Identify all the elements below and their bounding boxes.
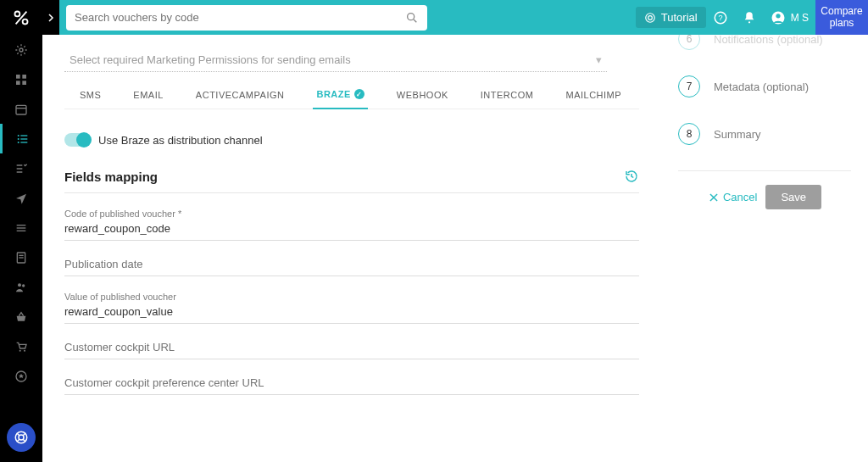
help-circle-icon: ? [713, 10, 728, 25]
field-value-input[interactable] [64, 303, 639, 320]
step-number: 8 [678, 123, 700, 145]
cancel-button[interactable]: Cancel [708, 191, 757, 203]
target-icon [644, 12, 656, 24]
field-code: Code of published voucher * [64, 209, 639, 241]
close-icon [708, 192, 720, 203]
tab-sms[interactable]: SMS [76, 84, 104, 109]
top-bar: Tutorial ? M S Compare plans [0, 0, 868, 35]
svg-point-6 [648, 15, 652, 19]
field-value: Value of published voucher [64, 292, 639, 324]
document-icon [14, 251, 28, 264]
svg-point-9 [748, 21, 750, 23]
section-title: Fields mapping [64, 170, 158, 184]
field-pub-date-input[interactable] [64, 256, 639, 272]
side-panel: 6 Notifications (optional) 7 Metadata (o… [661, 35, 868, 462]
svg-point-23 [17, 138, 19, 140]
tab-mailchimp[interactable]: MAILCHIMP [562, 84, 625, 109]
nav-audit[interactable] [0, 153, 42, 183]
section-header: Fields mapping [64, 169, 639, 184]
field-code-label: Code of published voucher * [64, 209, 639, 219]
tutorial-label: Tutorial [661, 11, 698, 24]
svg-point-37 [19, 435, 24, 440]
tab-email[interactable]: EMAIL [130, 84, 167, 109]
use-braze-toggle[interactable] [64, 133, 90, 147]
user-menu[interactable]: M S [764, 10, 815, 25]
marketing-permissions-placeholder: Select required Marketing Permissions fo… [70, 53, 351, 66]
tab-intercom[interactable]: INTERCOM [477, 84, 537, 109]
field-cockpit-url-input[interactable] [64, 339, 639, 355]
history-icon [624, 169, 639, 184]
tutorial-button[interactable]: Tutorial [636, 7, 706, 28]
tab-label: INTERCOM [481, 90, 534, 100]
user-initials: M S [791, 12, 809, 24]
nav-rewards[interactable] [0, 361, 42, 391]
nav-calendar[interactable] [0, 94, 42, 124]
nav-dashboard[interactable] [0, 64, 42, 94]
svg-line-38 [17, 433, 19, 436]
save-label: Save [781, 191, 806, 203]
nav-distributions[interactable] [0, 124, 42, 153]
compare-plans-button[interactable]: Compare plans [815, 0, 868, 35]
svg-rect-17 [16, 105, 26, 114]
user-avatar-icon [771, 10, 786, 25]
nav-settings[interactable] [0, 35, 42, 64]
basket-icon [14, 310, 28, 324]
nav-cart[interactable] [0, 331, 42, 361]
notifications-button[interactable] [735, 3, 764, 32]
svg-line-40 [23, 433, 25, 436]
svg-point-32 [22, 284, 25, 287]
field-pref-center-url-input[interactable] [64, 375, 639, 391]
step-8[interactable]: 8 Summary [678, 123, 851, 145]
lifebuoy-icon [14, 430, 29, 445]
grid-icon [14, 73, 28, 86]
tab-label: SMS [80, 90, 101, 100]
tab-braze[interactable]: BRAZE ✓ [313, 84, 367, 109]
star-circle-icon [14, 370, 28, 383]
save-button[interactable]: Save [765, 185, 821, 209]
channel-tabs: SMS EMAIL ACTIVECAMPAIGN BRAZE ✓ WEBHOOK… [64, 84, 639, 109]
nav-document[interactable] [0, 242, 42, 272]
expand-nav-button[interactable] [42, 0, 59, 35]
gear-icon [14, 43, 28, 57]
tab-label: WEBHOOK [397, 90, 448, 100]
svg-text:?: ? [718, 14, 722, 22]
search-box[interactable] [66, 5, 427, 31]
step-7[interactable]: 7 Metadata (optional) [678, 75, 851, 97]
svg-point-1 [23, 19, 28, 24]
tab-activecampaign[interactable]: ACTIVECAMPAIGN [192, 84, 288, 109]
left-nav [0, 35, 42, 462]
field-pref-center-url [64, 375, 639, 395]
nav-basket[interactable] [0, 302, 42, 331]
tab-label: MAILCHIMP [565, 90, 621, 100]
tab-label: EMAIL [133, 90, 164, 100]
nav-send[interactable] [0, 183, 42, 213]
step-number: 7 [678, 75, 700, 97]
field-code-input[interactable] [64, 220, 639, 237]
svg-line-41 [17, 439, 19, 442]
logo[interactable] [0, 0, 42, 35]
field-cockpit-url [64, 339, 639, 359]
support-button[interactable] [7, 423, 36, 452]
svg-rect-13 [16, 75, 20, 79]
svg-point-34 [24, 349, 25, 351]
main-panel: Select required Marketing Permissions fo… [42, 35, 868, 462]
search-input[interactable] [75, 11, 405, 24]
tab-webhook[interactable]: WEBHOOK [393, 84, 452, 109]
help-button[interactable]: ? [706, 3, 735, 32]
bell-icon [742, 10, 757, 25]
history-button[interactable] [624, 169, 639, 184]
tab-label: BRAZE [316, 89, 350, 99]
wizard-steps: 6 Notifications (optional) 7 Metadata (o… [678, 28, 851, 145]
marketing-permissions-select[interactable]: Select required Marketing Permissions fo… [64, 48, 607, 72]
check-badge-icon: ✓ [354, 89, 364, 99]
wizard-actions: Cancel Save [678, 185, 851, 209]
cancel-label: Cancel [723, 191, 757, 203]
svg-point-5 [646, 13, 655, 22]
nav-customers[interactable] [0, 272, 42, 302]
svg-point-12 [19, 48, 23, 52]
svg-line-2 [16, 11, 27, 24]
svg-point-11 [776, 14, 780, 18]
nav-menu[interactable] [0, 213, 42, 242]
svg-point-3 [408, 13, 415, 19]
send-icon [14, 192, 28, 205]
